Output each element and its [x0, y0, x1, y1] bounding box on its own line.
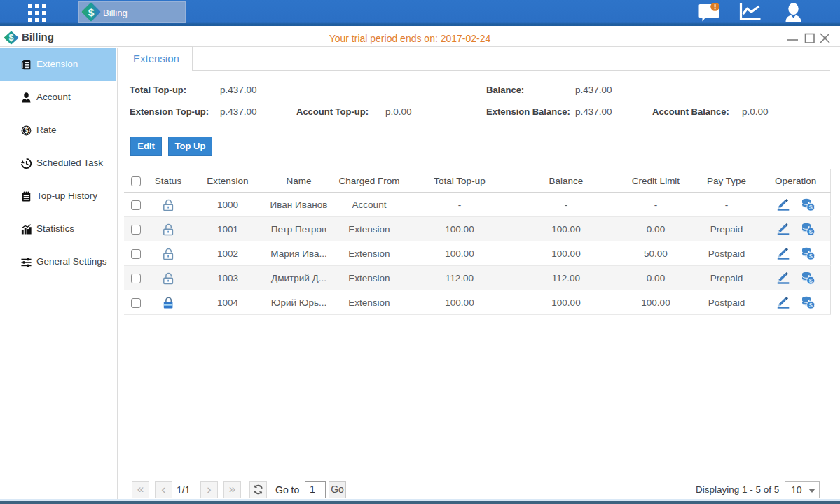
svg-text:$: $	[809, 204, 813, 211]
svg-text:$: $	[809, 277, 813, 284]
svg-text:$: $	[809, 253, 813, 260]
svg-text:$: $	[9, 33, 14, 43]
svg-text:$: $	[809, 302, 813, 309]
svg-text:$: $	[88, 6, 95, 18]
svg-text:$: $	[809, 228, 813, 235]
svg-text:$: $	[25, 127, 29, 134]
